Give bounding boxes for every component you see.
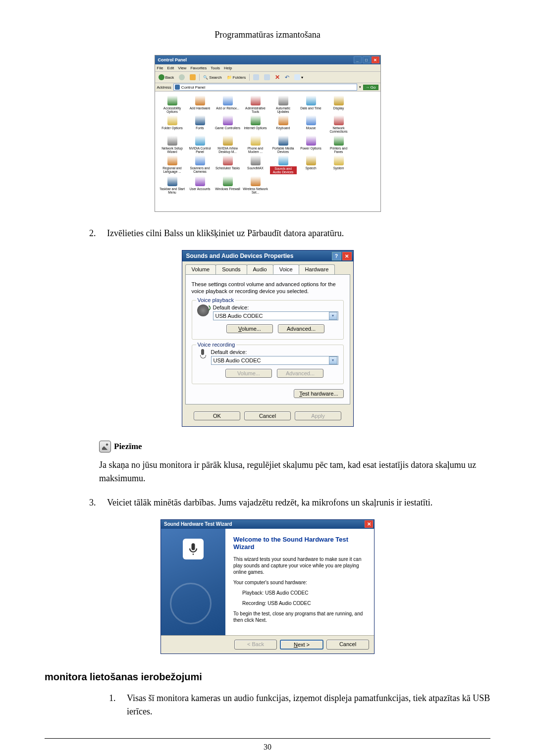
footer-rule: [45, 738, 490, 739]
menu-help[interactable]: Help: [224, 66, 232, 70]
cp-item[interactable]: System: [325, 155, 352, 174]
menu-edit[interactable]: Edit: [167, 66, 174, 70]
tb-icon[interactable]: [263, 74, 271, 81]
chevron-down-icon[interactable]: ▾: [329, 356, 337, 364]
snd-pane: These settings control volume and advanc…: [185, 274, 350, 404]
cp-item-icon: [306, 136, 316, 146]
snd-titlebar: Sounds and Audio Devices Properties ? ✕: [182, 251, 353, 261]
cp-item[interactable]: SoundMAX: [242, 155, 269, 174]
cp-item[interactable]: Administrative Tools: [242, 96, 269, 113]
search-button[interactable]: 🔍 Search: [202, 75, 223, 80]
cp-item[interactable]: Mouse: [298, 115, 324, 133]
cp-item[interactable]: Network Connections: [325, 115, 352, 133]
tab-hardware[interactable]: Hardware: [299, 264, 335, 274]
cp-item-icon: [334, 115, 344, 125]
close-icon[interactable]: ✕: [365, 520, 373, 528]
playback-volume-button[interactable]: Volume...: [226, 324, 273, 333]
cp-item[interactable]: Speech: [298, 155, 324, 174]
maximize-icon[interactable]: □: [363, 56, 371, 63]
cp-item[interactable]: NVIDIA Control Panel: [187, 136, 214, 153]
cp-item[interactable]: NVIDIA nView Desktop M...: [214, 136, 241, 153]
folders-button[interactable]: 📁 Folders: [225, 75, 248, 80]
cp-item[interactable]: Automatic Updates: [270, 96, 297, 113]
cp-item[interactable]: Portable Media Devices: [270, 136, 297, 153]
page-number: 30: [45, 743, 490, 752]
cp-item[interactable]: Sounds and Audio Devices: [270, 155, 297, 174]
cp-item-icon: [167, 176, 177, 186]
cp-item[interactable]: Scheduled Tasks: [214, 155, 241, 174]
cp-item-icon: [167, 136, 177, 146]
playback-advanced-button[interactable]: Advanced...: [278, 324, 324, 333]
help-icon[interactable]: ?: [332, 252, 341, 260]
tb-icon[interactable]: [252, 74, 261, 81]
control-panel-screenshot: Control Panel _ □ ✕ File Edit View Favor…: [155, 55, 381, 212]
microphone-icon: [183, 539, 204, 559]
recording-device-combo[interactable]: USB Audio CODEC ▾: [211, 356, 338, 365]
snd-tabs: Volume Sounds Audio Voice Hardware: [182, 261, 353, 274]
step-number: 2.: [89, 227, 98, 240]
apply-button: Apply: [295, 411, 341, 420]
cp-item-icon: [167, 115, 177, 125]
cp-item[interactable]: Printers and Faxes: [325, 136, 352, 153]
views-icon[interactable]: ▾: [293, 74, 305, 81]
delete-icon[interactable]: ✕: [273, 73, 281, 81]
next-button[interactable]: Next >: [280, 640, 323, 650]
section-heading: monitora lietošanas ierobežojumi: [45, 671, 490, 683]
cp-item[interactable]: Internet Options: [242, 115, 269, 133]
minimize-icon[interactable]: _: [354, 56, 362, 63]
section-step-1: 1. Visas šī monitora kameras un audio fu…: [109, 692, 490, 718]
cancel-button[interactable]: Cancel: [244, 411, 291, 420]
playback-device-combo[interactable]: USB Audio CODEC ▾: [213, 311, 338, 320]
menu-view[interactable]: View: [178, 66, 186, 70]
cp-item[interactable]: Windows Firewall: [214, 176, 241, 194]
menu-file[interactable]: File: [157, 66, 163, 70]
cp-item[interactable]: Add or Remov...: [214, 96, 241, 113]
cp-item[interactable]: Add Hardware: [187, 96, 214, 113]
cp-item[interactable]: Accessibility Options: [159, 96, 186, 113]
undo-icon[interactable]: ↶: [283, 74, 291, 81]
address-label: Address: [157, 85, 171, 90]
cp-item[interactable]: User Accounts: [187, 176, 214, 194]
tab-sounds[interactable]: Sounds: [215, 264, 247, 274]
note-icon: [99, 441, 111, 453]
cp-item-icon: [223, 115, 233, 125]
chevron-down-icon[interactable]: ▾: [329, 312, 337, 320]
tab-audio[interactable]: Audio: [247, 264, 273, 274]
cp-item[interactable]: Scanners and Cameras: [187, 155, 214, 174]
cp-item[interactable]: Network Setup Wizard: [159, 136, 186, 153]
test-hardware-button[interactable]: Test hardware...: [294, 389, 343, 398]
cp-item[interactable]: Date and Time: [298, 96, 324, 113]
menu-favorites[interactable]: Favorites: [190, 66, 207, 70]
close-icon[interactable]: ✕: [372, 56, 379, 63]
cp-item-label: Windows Firewall: [214, 187, 241, 191]
cp-item-label: Scanners and Cameras: [187, 166, 214, 173]
cp-item-icon: [334, 96, 344, 105]
tab-volume[interactable]: Volume: [185, 264, 216, 274]
cp-item[interactable]: Keyboard: [270, 115, 297, 133]
cp-item[interactable]: Power Options: [298, 136, 324, 153]
cp-item[interactable]: Display: [325, 96, 352, 113]
up-button[interactable]: [188, 74, 197, 81]
address-input[interactable]: Control Panel: [173, 84, 357, 91]
close-icon[interactable]: ✕: [342, 252, 352, 260]
cancel-button[interactable]: Cancel: [326, 640, 369, 650]
cp-body: Accessibility OptionsAdd HardwareAdd or …: [155, 92, 380, 212]
forward-button[interactable]: [177, 74, 186, 81]
cp-item-icon: [223, 176, 233, 186]
cp-item-icon: [334, 155, 344, 165]
menu-tools[interactable]: Tools: [211, 66, 220, 70]
cp-item[interactable]: Phone and Modem ...: [242, 136, 269, 153]
back-button[interactable]: Back: [157, 74, 176, 81]
cp-item-icon: [223, 96, 233, 105]
tab-voice[interactable]: Voice: [273, 264, 299, 274]
cp-item[interactable]: Wireless Network Set...: [242, 176, 269, 194]
wiz-footer: < Back Next > Cancel: [161, 635, 374, 654]
cp-item[interactable]: Folder Options: [159, 115, 186, 133]
cp-item[interactable]: Game Controllers: [214, 115, 241, 133]
ok-button[interactable]: OK: [194, 411, 240, 420]
cp-item[interactable]: Regional and Language ...: [159, 155, 186, 174]
cp-item[interactable]: Taskbar and Start Menu: [159, 176, 186, 194]
cp-item[interactable]: Fonts: [187, 115, 214, 133]
speaker-icon: [197, 304, 209, 316]
go-button[interactable]: → Go: [363, 85, 378, 90]
